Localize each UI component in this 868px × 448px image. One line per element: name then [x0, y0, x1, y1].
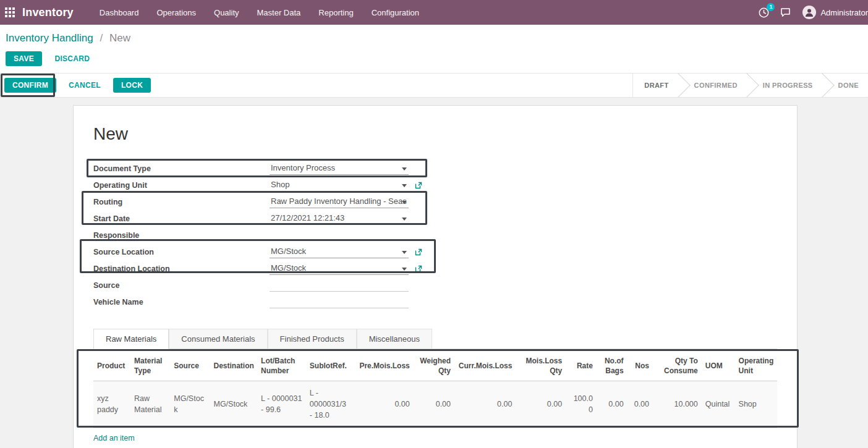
- field-row-responsible: Responsible: [93, 227, 777, 243]
- menu-master-data[interactable]: Master Data: [257, 8, 301, 17]
- cell-source[interactable]: MG/Stock: [170, 381, 210, 428]
- tab-miscellaneous[interactable]: Miscellaneous: [357, 329, 432, 349]
- routing-label: Routing: [93, 198, 270, 206]
- record-title: New: [93, 124, 777, 144]
- status-draft[interactable]: DRAFT: [633, 74, 678, 97]
- activity-clock-icon[interactable]: 1: [758, 7, 770, 19]
- apps-grid-icon[interactable]: [5, 7, 15, 17]
- field-row-source-location: Source Location MG/Stock: [93, 243, 777, 260]
- cell-no-of-bags[interactable]: 0.00: [597, 381, 628, 428]
- breadcrumb-parent[interactable]: Inventory Handling: [6, 32, 93, 44]
- external-link-icon[interactable]: [414, 181, 423, 190]
- breadcrumb: Inventory Handling / New: [6, 32, 868, 44]
- chevron-down-icon: [402, 184, 407, 187]
- source-location-select[interactable]: MG/Stock: [270, 245, 409, 258]
- responsible-input[interactable]: [270, 234, 409, 237]
- table-row[interactable]: xyz paddy Raw Material MG/Stock MG/Stock…: [93, 381, 777, 428]
- status-in-progress[interactable]: IN PROGRESS: [747, 74, 822, 97]
- col-operating-unit: Operating Unit: [735, 352, 777, 381]
- field-row-routing: Routing Raw Paddy Inventory Handling - S…: [93, 193, 777, 210]
- source-location-value: MG/Stock: [271, 247, 306, 256]
- vehicle-name-input[interactable]: [270, 295, 409, 308]
- cell-pre-mois-loss[interactable]: 0.00: [355, 381, 414, 428]
- col-destination: Destination: [210, 352, 257, 381]
- col-material-type: Material Type: [130, 352, 170, 381]
- start-date-value: 27/12/2021 12:21:43: [271, 213, 344, 222]
- tab-finished-products[interactable]: Finished Products: [268, 329, 357, 349]
- app-title[interactable]: Inventory: [22, 6, 74, 19]
- menu-quality[interactable]: Quality: [214, 8, 239, 17]
- add-an-item-link[interactable]: Add an item: [93, 434, 135, 442]
- menu-reporting[interactable]: Reporting: [318, 8, 353, 17]
- col-product: Product: [93, 352, 130, 381]
- save-button[interactable]: SAVE: [6, 51, 42, 66]
- control-bar: CONFIRM CANCEL LOCK DRAFT CONFIRMED IN P…: [0, 73, 868, 98]
- operating-unit-select[interactable]: Shop: [270, 179, 409, 192]
- menu-dashboard[interactable]: Dashboard: [100, 8, 139, 17]
- operating-unit-label: Operating Unit: [93, 181, 270, 190]
- avatar: [802, 6, 816, 19]
- cell-product[interactable]: xyz paddy: [93, 381, 130, 428]
- cell-curr-mois-loss[interactable]: 0.00: [454, 381, 516, 428]
- document-type-label: Document Type: [93, 164, 270, 173]
- operating-unit-value: Shop: [271, 180, 289, 189]
- cancel-button[interactable]: CANCEL: [66, 78, 103, 93]
- messages-icon[interactable]: [780, 7, 792, 18]
- destination-location-value: MG/Stock: [271, 263, 306, 273]
- raw-materials-table: Product Material Type Source Destination…: [93, 352, 777, 428]
- field-row-document-type: Document Type Inventory Process: [93, 160, 777, 177]
- col-nos: Nos: [628, 352, 653, 381]
- discard-button[interactable]: DISCARD: [52, 51, 92, 66]
- col-sublot-ref: SublotRef.: [306, 352, 355, 381]
- external-link-icon[interactable]: [414, 248, 423, 256]
- topbar: Inventory Dashboard Operations Quality M…: [0, 0, 868, 25]
- col-weighed-qty: Weighed Qty: [414, 352, 454, 381]
- menu-operations[interactable]: Operations: [156, 8, 196, 17]
- col-lot-batch: Lot/Batch Number: [257, 352, 306, 381]
- destination-location-select[interactable]: MG/Stock: [270, 262, 409, 275]
- responsible-label: Responsible: [93, 231, 270, 240]
- cell-weighed-qty[interactable]: 0.00: [414, 381, 454, 428]
- col-mois-loss-qty: Mois.Loss Qty: [516, 352, 566, 381]
- cell-sublot-ref[interactable]: L - 0000031/3 - 18.0: [306, 381, 355, 428]
- cell-nos[interactable]: 0.00: [628, 381, 653, 428]
- menu-configuration[interactable]: Configuration: [372, 8, 419, 17]
- cell-lot-batch[interactable]: L - 0000031 - 99.6: [257, 381, 306, 428]
- breadcrumb-area: Inventory Handling / New SAVE DISCARD: [0, 25, 868, 73]
- start-date-label: Start Date: [93, 214, 270, 223]
- col-no-of-bags: No.of Bags: [597, 352, 628, 381]
- notebook-tabs: Raw Materials Consumed Materials Finishe…: [93, 329, 777, 349]
- form-view: New Document Type Inventory Process Oper…: [0, 98, 868, 448]
- status-confirmed[interactable]: CONFIRMED: [678, 74, 747, 97]
- col-source: Source: [170, 352, 210, 381]
- col-qty-to-consume: Qty To Consume: [653, 352, 702, 381]
- cell-qty-to-consume[interactable]: 10.000: [653, 381, 702, 428]
- cell-destination[interactable]: MG/Stock: [210, 381, 257, 428]
- cell-mois-loss-qty[interactable]: 0.00: [516, 381, 566, 428]
- col-uom: UOM: [702, 352, 735, 381]
- start-date-input[interactable]: 27/12/2021 12:21:43: [270, 212, 409, 225]
- source-location-label: Source Location: [93, 248, 270, 256]
- field-row-operating-unit: Operating Unit Shop: [93, 177, 777, 193]
- cell-operating-unit[interactable]: Shop: [735, 381, 777, 428]
- cell-uom[interactable]: Quintal: [702, 381, 735, 428]
- user-menu[interactable]: Administrator: [802, 6, 868, 19]
- field-row-vehicle-name: Vehicle Name: [93, 294, 777, 310]
- confirm-button[interactable]: CONFIRM: [4, 78, 56, 93]
- tab-consumed-materials[interactable]: Consumed Materials: [169, 329, 267, 349]
- cell-material-type[interactable]: Raw Material: [130, 381, 170, 428]
- external-link-icon[interactable]: [414, 264, 423, 273]
- col-rate: Rate: [566, 352, 597, 381]
- chevron-down-icon: [402, 167, 407, 171]
- document-type-value: Inventory Process: [271, 163, 335, 172]
- routing-select[interactable]: Raw Paddy Inventory Handling - Seas: [270, 195, 409, 208]
- source-input[interactable]: [270, 279, 409, 292]
- notification-badge: 1: [767, 3, 775, 11]
- status-done[interactable]: DONE: [822, 74, 868, 97]
- document-type-select[interactable]: Inventory Process: [270, 162, 409, 175]
- col-pre-mois-loss: Pre.Mois.Loss: [355, 352, 414, 381]
- tab-raw-materials[interactable]: Raw Materials: [93, 329, 169, 349]
- cell-rate[interactable]: 100.00: [566, 381, 597, 428]
- lock-button[interactable]: LOCK: [113, 78, 151, 93]
- chevron-down-icon: [402, 218, 407, 221]
